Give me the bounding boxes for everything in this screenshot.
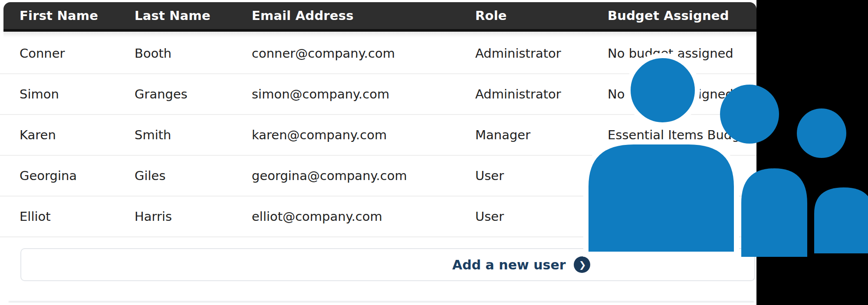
table-row[interactable]: Simon Granges simon@company.com Administ… — [0, 74, 756, 115]
table-body: Conner Booth conner@company.com Administ… — [0, 33, 756, 237]
cell-last-name: Booth — [135, 33, 171, 73]
add-user-bar: Add a new user ❯ — [20, 248, 755, 281]
column-header-email: Email Address — [252, 2, 354, 29]
column-header-budget: Budget Assigned — [608, 2, 729, 29]
cell-role: Administrator — [475, 33, 561, 73]
cell-last-name: Granges — [135, 74, 187, 114]
chevron-right-circle-icon: ❯ — [574, 256, 590, 273]
user-management-screen: First Name Last Name Email Address Role … — [0, 0, 868, 305]
cell-first-name: Conner — [20, 33, 65, 73]
cell-role: Manager — [475, 115, 530, 155]
cell-first-name: Karen — [20, 115, 56, 155]
users-table-card: First Name Last Name Email Address Role … — [0, 0, 756, 305]
cell-first-name: Simon — [20, 74, 59, 114]
cell-last-name: Giles — [135, 156, 166, 196]
cell-role: User — [475, 197, 504, 236]
cell-email: conner@company.com — [252, 33, 395, 73]
column-header-first-name: First Name — [20, 2, 98, 29]
table-row[interactable]: Conner Booth conner@company.com Administ… — [0, 33, 756, 74]
chevron-glyph: ❯ — [579, 260, 586, 269]
cell-budget: No budget assigned — [608, 74, 733, 114]
cell-email: elliot@company.com — [252, 197, 382, 236]
cell-last-name: Harris — [135, 197, 172, 236]
add-user-label: Add a new user — [452, 257, 566, 272]
add-user-button[interactable]: Add a new user ❯ — [452, 249, 590, 280]
cell-email: georgina@company.com — [252, 156, 407, 196]
cell-email: simon@company.com — [252, 74, 389, 114]
cell-last-name: Smith — [135, 115, 171, 155]
table-row[interactable]: Elliot Harris elliot@company.com User — [0, 197, 756, 237]
column-header-role: Role — [475, 2, 507, 29]
cell-budget: No budget assigned — [608, 33, 733, 73]
card-bottom-shadow — [9, 301, 754, 302]
table-row[interactable]: Georgina Giles georgina@company.com User — [0, 156, 756, 197]
right-background-strip — [756, 0, 868, 305]
cell-role: Administrator — [475, 74, 561, 114]
cell-budget: Essential Items Budget — [608, 115, 753, 155]
column-header-last-name: Last Name — [135, 2, 210, 29]
cell-role: User — [475, 156, 504, 196]
cell-first-name: Elliot — [20, 197, 51, 236]
table-header-row: First Name Last Name Email Address Role … — [3, 2, 756, 32]
cell-email: karen@company.com — [252, 115, 387, 155]
cell-first-name: Georgina — [20, 156, 77, 196]
table-row[interactable]: Karen Smith karen@company.com Manager Es… — [0, 115, 756, 156]
